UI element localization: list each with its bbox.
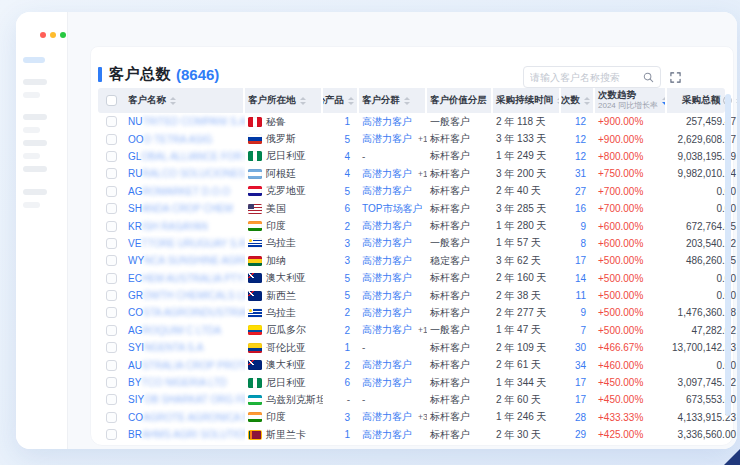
purchase-count-link[interactable]: 11	[576, 290, 586, 301]
search-input[interactable]	[530, 72, 643, 83]
purchase-count-link[interactable]: 12	[575, 151, 586, 162]
row-checkbox[interactable]	[106, 238, 117, 249]
customer-name-link[interactable]: VETTORE URUGUAY S.R.L	[125, 235, 245, 252]
segment-link[interactable]: 高潜力客户	[362, 271, 412, 285]
purchase-count-link[interactable]: 9	[580, 307, 586, 318]
core-products-count[interactable]: 2	[344, 221, 350, 232]
purchase-count-link[interactable]: 17	[575, 255, 586, 266]
customer-name-link[interactable]: AGROMARKET D.O.O	[125, 183, 245, 200]
vertical-scrollbar[interactable]	[725, 94, 731, 416]
row-checkbox[interactable]	[106, 186, 117, 197]
core-products-count[interactable]: 1	[344, 342, 350, 353]
segment-link[interactable]: 高潜力客户	[362, 323, 412, 337]
row-checkbox[interactable]	[106, 307, 117, 318]
col-header-purchase_count[interactable]: 采购总次数	[561, 88, 595, 113]
row-checkbox[interactable]	[106, 203, 117, 214]
core-products-count[interactable]: 3	[344, 255, 350, 266]
sort-caret[interactable]	[348, 97, 354, 105]
col-header-duration[interactable]: 采购持续时间	[493, 88, 561, 113]
row-checkbox[interactable]	[106, 394, 117, 405]
purchase-count-link[interactable]: 12	[575, 116, 586, 127]
purchase-count-link[interactable]: 17	[575, 394, 586, 405]
core-products-count[interactable]: 6	[344, 203, 350, 214]
sort-caret[interactable]	[736, 97, 737, 105]
customer-name-link[interactable]: GLOBAL ALLIANCE FOR CHEMICA...	[125, 148, 245, 165]
row-checkbox[interactable]	[106, 151, 117, 162]
core-products-count[interactable]: 6	[344, 377, 350, 388]
row-checkbox[interactable]	[106, 325, 117, 336]
purchase-count-link[interactable]: 7	[580, 325, 586, 336]
row-checkbox[interactable]	[106, 273, 117, 284]
row-checkbox[interactable]	[106, 134, 117, 145]
core-products-count[interactable]: 2	[344, 307, 350, 318]
core-products-count[interactable]: 1	[344, 429, 350, 440]
segment-link[interactable]: 高潜力客户	[362, 115, 412, 129]
core-products-count[interactable]: 1	[344, 116, 350, 127]
sort-caret[interactable]	[300, 97, 306, 105]
row-checkbox[interactable]	[106, 377, 117, 388]
purchase-count-link[interactable]: 12	[575, 134, 586, 145]
col-header-trend[interactable]: 次数趋势2024 同比增长率	[595, 88, 667, 113]
customer-name-link[interactable]: RURALCO SOLUCIONES S.A	[125, 165, 245, 182]
purchase-count-link[interactable]: 17	[575, 377, 586, 388]
row-checkbox[interactable]	[106, 290, 117, 301]
row-checkbox[interactable]	[106, 360, 117, 371]
customer-name-link[interactable]: OOO TETRA ASIG	[125, 130, 245, 147]
core-products-count[interactable]: 4	[344, 151, 350, 162]
segment-link[interactable]: 高潜力客户	[362, 167, 412, 181]
segment-link[interactable]: 高潜力客户	[362, 428, 412, 442]
customer-name-link[interactable]: ECHEM AUSTRALIA PTY LIMITED	[125, 270, 245, 287]
customer-name-link[interactable]: AGROQUIM C LTDA	[125, 322, 245, 339]
purchase-count-link[interactable]: 29	[575, 429, 586, 440]
purchase-count-link[interactable]: 16	[575, 203, 586, 214]
sort-caret[interactable]	[584, 97, 590, 105]
segment-link[interactable]: 高潜力客户	[362, 289, 412, 303]
segment-link[interactable]: 高潜力客户	[362, 306, 412, 320]
row-checkbox[interactable]	[106, 221, 117, 232]
row-checkbox[interactable]	[106, 342, 117, 353]
segment-link[interactable]: 高潜力客户	[362, 376, 412, 390]
customer-search-box[interactable]	[523, 66, 661, 88]
customer-name-link[interactable]: BYTCO NIGERIA LTD	[125, 374, 245, 391]
purchase-count-link[interactable]: 30	[575, 342, 586, 353]
sort-caret[interactable]	[404, 97, 410, 105]
segment-link[interactable]: 高潜力客户	[362, 254, 412, 268]
purchase-count-link[interactable]: 14	[575, 273, 586, 284]
customer-name-link[interactable]: WYNCA SUNSHINE AGRIC PRODU...	[125, 252, 245, 269]
row-checkbox[interactable]	[106, 116, 117, 127]
core-products-count[interactable]: 3	[344, 412, 350, 423]
row-checkbox[interactable]	[106, 412, 117, 423]
search-icon[interactable]	[643, 72, 654, 83]
close-window-button[interactable]	[40, 32, 46, 38]
core-products-count[interactable]: 5	[344, 290, 350, 301]
row-checkbox[interactable]	[106, 429, 117, 440]
purchase-count-link[interactable]: 28	[575, 412, 586, 423]
select-all-checkbox[interactable]	[106, 95, 117, 106]
segment-link[interactable]: 高潜力客户	[362, 358, 412, 372]
customer-name-link[interactable]: SIYOB SHARKAT ORG FERMERX...	[125, 391, 245, 408]
col-header-segment[interactable]: 客户分群	[359, 88, 427, 113]
col-header-location[interactable]: 客户所在地	[245, 88, 323, 113]
segment-link[interactable]: TOP市场客户	[362, 202, 422, 216]
customer-name-link[interactable]: NUTRITED COMPANI S.A.C	[125, 113, 245, 130]
col-header-value_tier[interactable]: 客户价值分层	[427, 88, 493, 113]
customer-name-link[interactable]: AUSTRALIA CROP PROTECTIONP...	[125, 356, 245, 373]
purchase-count-link[interactable]: 31	[575, 168, 586, 179]
core-products-count[interactable]: 3	[344, 238, 350, 249]
core-products-count[interactable]: 2	[344, 360, 350, 371]
customer-name-link[interactable]: COAGROTE AGRONICA PRIVATE...	[125, 409, 245, 426]
customer-name-link[interactable]: SYINGENTA S.A	[125, 339, 245, 356]
core-products-count[interactable]: 2	[344, 325, 350, 336]
customer-name-link[interactable]: BRAHMS AGRI SOLUTIONS PVTLTD	[125, 426, 245, 443]
core-products-count[interactable]: 5	[344, 273, 350, 284]
col-header-name[interactable]: 客户名称	[125, 88, 245, 113]
segment-link[interactable]: 高潜力客户	[362, 219, 412, 233]
core-products-count[interactable]: 4	[344, 168, 350, 179]
maximize-window-button[interactable]	[60, 32, 66, 38]
purchase-count-link[interactable]: 9	[580, 221, 586, 232]
segment-link[interactable]: 高潜力客户	[362, 184, 412, 198]
col-header-core_products[interactable]: 核心产品	[323, 88, 359, 113]
customer-name-link[interactable]: KRISH RASAYAN	[125, 217, 245, 234]
core-products-count[interactable]: 5	[344, 186, 350, 197]
segment-link[interactable]: 高潜力客户	[362, 410, 412, 424]
